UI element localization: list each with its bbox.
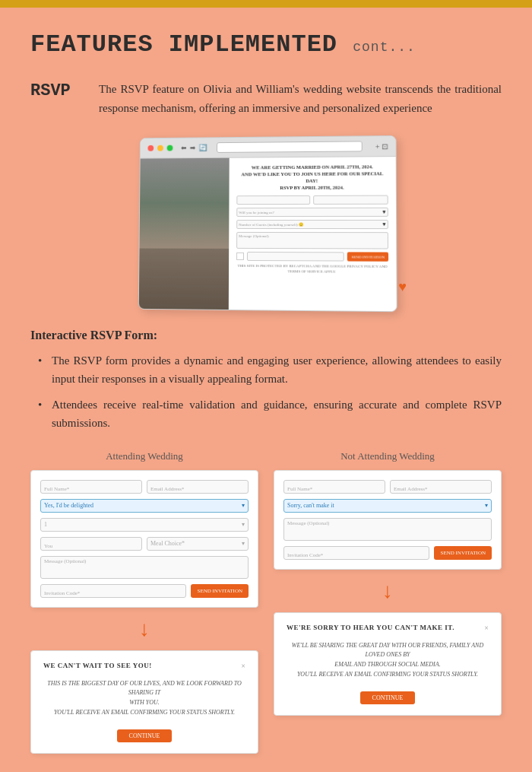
attending-confirm-body: THIS IS THE BIGGEST DAY OF OUR LIVES, AN… bbox=[43, 679, 245, 718]
not-attending-submit-row: Invitation Code* SEND INVITATION bbox=[283, 546, 492, 560]
not-attending-confirm-header: WE'RE SORRY TO HEAR YOU CAN'T MAKE IT. × bbox=[287, 624, 489, 632]
attending-meal-select: Meal Choice* ▾ bbox=[147, 537, 249, 551]
dot-green bbox=[167, 145, 173, 151]
attending-continue-btn[interactable]: CONTINUE bbox=[117, 729, 173, 742]
attending-confirm-header: WE CAN'T WAIT TO SEE YOU! × bbox=[43, 662, 245, 670]
dot-yellow bbox=[157, 145, 163, 151]
not-attending-form-card: Full Name* Email Address* Sorry, can't m… bbox=[274, 470, 502, 570]
attending-confirm-btn-row: CONTINUE bbox=[43, 727, 245, 742]
not-attending-confirm-title: WE'RE SORRY TO HEAR YOU CAN'T MAKE IT. bbox=[287, 624, 454, 631]
not-attending-name-email-row: Full Name* Email Address* bbox=[283, 480, 492, 494]
not-attending-fullname-input: Full Name* bbox=[283, 480, 385, 494]
form-heading: WE ARE GETTING MARRIED ON APRIL 27TH, 20… bbox=[236, 163, 388, 191]
browser-content: WE ARE GETTING MARRIED ON APRIL 27TH, 20… bbox=[139, 157, 397, 311]
attending-fullname-input: Full Name* bbox=[40, 480, 142, 494]
attending-email-input: Email Address* bbox=[147, 480, 249, 494]
attending-you-input: You bbox=[40, 537, 142, 551]
mini-attending-select: Will you be joining us? ▾ bbox=[236, 208, 388, 217]
not-attending-submit-btn[interactable]: SEND INVITATION bbox=[434, 546, 492, 560]
bullet-item-1: The RSVP form provides a dynamic and eng… bbox=[38, 351, 502, 388]
mini-email-input bbox=[313, 195, 388, 204]
not-attending-confirm-card: WE'RE SORRY TO HEAR YOU CAN'T MAKE IT. ×… bbox=[274, 612, 502, 716]
mini-submit-btn: SEND INVITATION bbox=[347, 252, 388, 261]
attending-guests-select: 1 ▾ bbox=[40, 518, 249, 532]
attending-arrow: ↓ bbox=[30, 617, 258, 641]
browser-topbar: ⬅ ➡ 🔄 + ⊡ bbox=[141, 135, 396, 158]
browser-form-area: WE ARE GETTING MARRIED ON APRIL 27TH, 20… bbox=[229, 157, 397, 311]
browser-mockup: ⬅ ➡ 🔄 + ⊡ WE ARE GETTING MARRIED ON APRI… bbox=[138, 135, 397, 311]
mini-code-input bbox=[247, 252, 344, 262]
interactive-title: Interactive RSVP Form: bbox=[30, 329, 502, 342]
attending-status-select: Yes, I'd be delighted ▾ bbox=[40, 499, 249, 513]
not-attending-col: Not Attending Wedding Full Name* Email A… bbox=[274, 450, 502, 754]
heart-decoration: ♥ bbox=[398, 279, 407, 295]
mini-footer: THIS SITE IS PROTECTED BY RECAPTCHA AND … bbox=[236, 264, 388, 275]
bullet-list: The RSVP form provides a dynamic and eng… bbox=[38, 351, 502, 432]
not-attending-confirm-close[interactable]: × bbox=[484, 624, 489, 632]
attending-confirm-title: WE CAN'T WAIT TO SEE YOU! bbox=[43, 662, 152, 669]
attending-form-card: Full Name* Email Address* Yes, I'd be de… bbox=[30, 470, 258, 608]
browser-wedding-image bbox=[139, 157, 230, 309]
cont-label: cont... bbox=[353, 40, 416, 55]
mini-name-email-row bbox=[236, 195, 388, 205]
mini-submit-row: SEND INVITATION bbox=[236, 252, 388, 262]
not-attending-message-textarea: Message (Optional) bbox=[283, 518, 492, 541]
attending-confirm-card: WE CAN'T WAIT TO SEE YOU! × THIS IS THE … bbox=[30, 650, 258, 754]
attending-col: Attending Wedding Full Name* Email Addre… bbox=[30, 450, 258, 754]
attending-confirm-close[interactable]: × bbox=[241, 662, 245, 670]
rsvp-label: RSVP bbox=[30, 80, 84, 118]
browser-url bbox=[217, 141, 363, 153]
dot-red bbox=[147, 145, 154, 151]
not-attending-label: Not Attending Wedding bbox=[274, 450, 502, 462]
not-attending-continue-btn[interactable]: CONTINUE bbox=[360, 691, 416, 704]
mini-message-textarea: Message (Optional) bbox=[236, 232, 388, 249]
not-attending-status-select: Sorry, can't make it ▾ bbox=[283, 499, 492, 513]
interactive-section: Interactive RSVP Form: The RSVP form pro… bbox=[30, 329, 502, 432]
mini-recaptcha bbox=[236, 253, 244, 260]
attending-submit-row: Invitation Code* SEND INVITATION bbox=[40, 584, 249, 598]
mini-guests-select: Number of Guests (including yourself) 🙂 … bbox=[236, 220, 388, 229]
attending-submit-btn[interactable]: SEND INVITATION bbox=[191, 584, 249, 598]
attending-label: Attending Wedding bbox=[30, 450, 258, 462]
top-bar bbox=[0, 0, 532, 8]
bullet-item-2: Attendees receive real-time validation a… bbox=[38, 396, 502, 432]
rsvp-section: RSVP The RSVP feature on Olivia and Will… bbox=[30, 80, 502, 118]
not-attending-code-input: Invitation Code* bbox=[283, 546, 429, 560]
not-attending-confirm-body: WE'LL BE SHARING THE GREAT DAY WITH OUR … bbox=[287, 641, 489, 680]
not-attending-arrow: ↓ bbox=[274, 579, 502, 603]
attending-code-input: Invitation Code* bbox=[40, 584, 186, 598]
form-demos-top: Attending Wedding Full Name* Email Addre… bbox=[30, 450, 502, 754]
not-attending-email-input: Email Address* bbox=[390, 480, 492, 494]
mini-fullname-input bbox=[236, 195, 310, 205]
attending-name-email-row: Full Name* Email Address* bbox=[40, 480, 249, 494]
attending-name-meal-row: You Meal Choice* ▾ bbox=[40, 537, 249, 551]
page-title: Features Implemented cont... bbox=[30, 30, 502, 59]
title-text: Features Implemented bbox=[30, 30, 337, 59]
attending-message-textarea: Message (Optional) bbox=[40, 556, 249, 579]
not-attending-confirm-btn-row: CONTINUE bbox=[287, 689, 489, 704]
rsvp-description: The RSVP feature on Olivia and William's… bbox=[99, 80, 502, 118]
